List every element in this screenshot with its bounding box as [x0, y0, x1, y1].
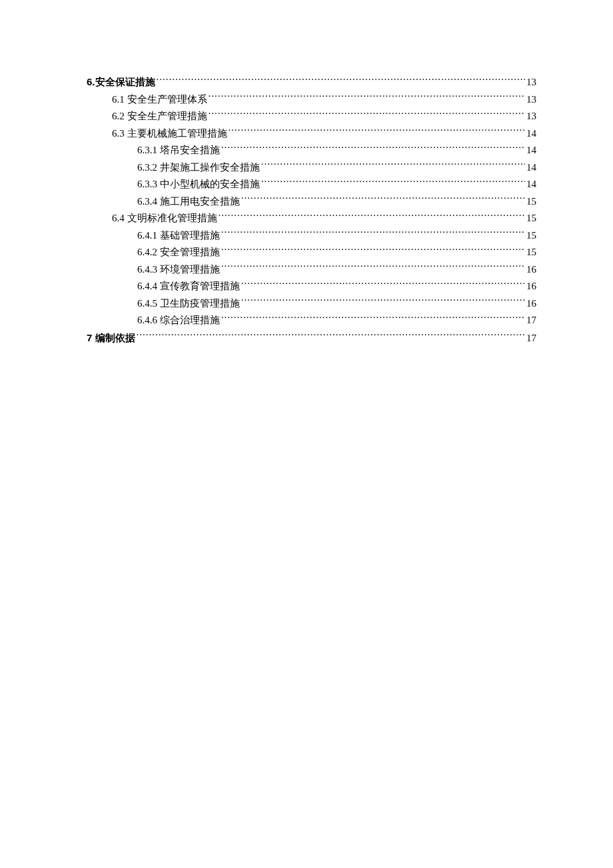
toc-entry-page: 14: [526, 176, 536, 193]
toc-entry-title: 6.3.2 井架施工操作安全措施: [137, 159, 260, 177]
toc-leader-dots: [219, 211, 526, 221]
toc-entry: 6.4.1 基础管理措施15: [137, 227, 536, 245]
toc-entry-page: 14: [526, 159, 536, 177]
toc-entry-page: 13: [526, 108, 536, 125]
toc-entry: 6.安全保证措施13: [87, 73, 536, 91]
toc-entry-title: 6.4.1 基础管理措施: [137, 227, 220, 245]
toc-entry: 6.4.4 宣传教育管理措施16: [137, 278, 536, 295]
toc-entry-title: 6.3 主要机械施工管理措施: [112, 125, 227, 143]
toc-entry-page: 16: [526, 278, 536, 295]
toc-entry: 6.1 安全生产管理体系13: [112, 91, 536, 109]
toc-leader-dots: [241, 297, 525, 307]
toc-entry-page: 15: [526, 210, 536, 227]
toc-leader-dots: [221, 143, 525, 153]
toc-leader-dots: [137, 331, 525, 341]
toc-entry: 6.4.6 综合治理措施17: [137, 312, 536, 329]
toc-entry: 6.3.3 中小型机械的安全措施14: [137, 176, 536, 193]
toc-entry-title: 6.4.5 卫生防疫管理措施: [137, 295, 240, 313]
toc-entry-title: 6.安全保证措施: [87, 73, 155, 91]
toc-entry-page: 16: [526, 295, 536, 313]
toc-leader-dots: [221, 245, 525, 255]
toc-leader-dots: [241, 279, 525, 289]
toc-entry-page: 14: [526, 125, 536, 143]
toc-leader-dots: [229, 127, 526, 137]
toc-leader-dots: [221, 229, 525, 239]
toc-entry: 6.2 安全生产管理措施13: [112, 108, 536, 125]
toc-leader-dots: [221, 313, 525, 323]
toc-entry-title: 6.3.4 施工用电安全措施: [137, 193, 240, 211]
toc-entry-title: 6.4.6 综合治理措施: [137, 312, 220, 329]
toc-entry: 6.3.2 井架施工操作安全措施14: [137, 159, 536, 177]
toc-entry: 6.3.1 塔吊安全措施14: [137, 142, 536, 159]
toc-entry-page: 17: [526, 312, 536, 329]
toc-entry-title: 6.4.3 环境管理措施: [137, 261, 220, 279]
toc-entry: 6.3.4 施工用电安全措施15: [137, 193, 536, 211]
toc-leader-dots: [261, 177, 525, 187]
toc-leader-dots: [221, 263, 525, 273]
toc-entry-title: 7 编制依据: [87, 329, 135, 347]
toc-entry: 6.4.2 安全管理措施15: [137, 244, 536, 261]
toc-leader-dots: [241, 195, 525, 205]
toc-entry-page: 15: [526, 227, 536, 245]
toc-entry: 6.3 主要机械施工管理措施14: [112, 125, 536, 143]
toc-entry-page: 14: [526, 142, 536, 159]
toc-entry-title: 6.4.4 宣传教育管理措施: [137, 278, 240, 295]
toc-leader-dots: [209, 109, 526, 119]
toc-entry-title: 6.1 安全生产管理体系: [112, 91, 207, 109]
toc-entry: 7 编制依据17: [87, 329, 536, 347]
toc-entry-title: 6.4.2 安全管理措施: [137, 244, 220, 261]
toc-entry-page: 13: [526, 91, 536, 109]
table-of-contents: 6.安全保证措施136.1 安全生产管理体系136.2 安全生产管理措施136.…: [87, 73, 536, 347]
toc-entry-page: 13: [526, 74, 536, 91]
toc-entry-page: 15: [526, 244, 536, 261]
toc-entry: 6.4.3 环境管理措施16: [137, 261, 536, 279]
toc-entry-title: 6.2 安全生产管理措施: [112, 108, 207, 125]
toc-entry-page: 17: [526, 330, 536, 347]
toc-entry: 6.4 文明标准化管理措施15: [112, 210, 536, 227]
toc-entry-title: 6.3.1 塔吊安全措施: [137, 142, 220, 159]
toc-entry-page: 16: [526, 261, 536, 279]
toc-leader-dots: [157, 75, 525, 85]
toc-leader-dots: [209, 93, 526, 103]
toc-entry: 6.4.5 卫生防疫管理措施16: [137, 295, 536, 313]
toc-leader-dots: [261, 161, 525, 171]
toc-entry-title: 6.4 文明标准化管理措施: [112, 210, 217, 227]
toc-entry-title: 6.3.3 中小型机械的安全措施: [137, 176, 260, 193]
toc-entry-page: 15: [526, 193, 536, 211]
